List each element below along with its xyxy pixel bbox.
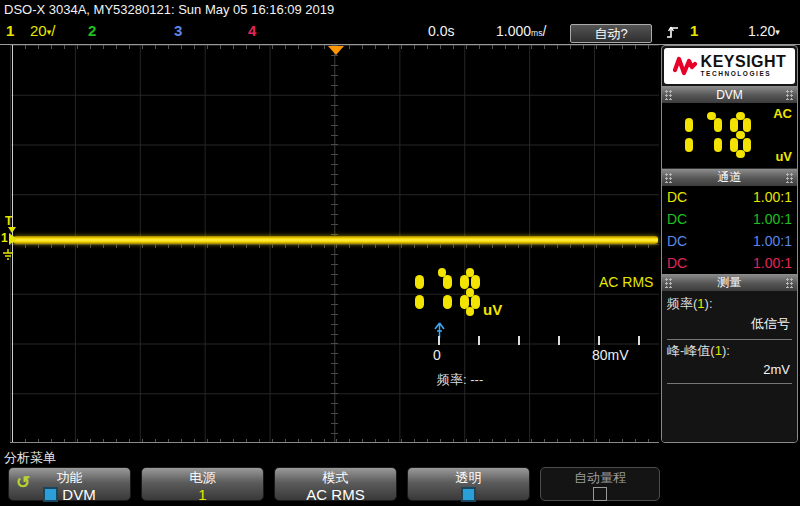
channel-4-status[interactable]: 4: [248, 22, 256, 39]
channel-2-status[interactable]: 2: [88, 22, 96, 39]
function-softkey[interactable]: ↺ 功能 DVM: [8, 467, 131, 501]
channel-row-4[interactable]: DC 1.00:1: [662, 252, 797, 274]
trigger-time-marker[interactable]: [328, 46, 344, 55]
menu-title: 分析菜单: [4, 449, 56, 467]
measure-section-header[interactable]: 测量: [662, 274, 797, 291]
measurement-peak-peak[interactable]: 峰-峰值(1): 2mV: [667, 340, 792, 384]
channel-3-status[interactable]: 3: [174, 22, 182, 39]
dvm-frequency-readout: 频率: ---: [437, 371, 483, 389]
dvm-scale-ticks: [438, 336, 642, 345]
grip-icon: [665, 278, 673, 288]
back-arrow-icon: ↺: [16, 472, 30, 493]
measurement-list: 频率(1): 低信号 峰-峰值(1): 2mV: [662, 291, 797, 442]
dvm-scale-max: 80mV: [592, 347, 629, 363]
ms-unit-label: ms: [531, 28, 542, 38]
trigger-edge-icon: [666, 24, 679, 44]
oscilloscope-screen: DSO-X 3034A, MY53280121: Sun May 05 16:1…: [0, 0, 800, 506]
channels-section-header[interactable]: 通道: [662, 169, 797, 186]
window-title: DSO-X 3034A, MY53280121: Sun May 05 16:1…: [4, 2, 334, 17]
channel-row-3[interactable]: DC 1.00:1: [662, 230, 797, 252]
function-checkbox-icon: [43, 487, 58, 502]
channel-1-scale[interactable]: 20▾/: [30, 22, 55, 39]
channel-list: DC 1.00:1 DC 1.00:1 DC 1.00:1 DC 1.00:1: [662, 186, 797, 274]
timebase-readout[interactable]: 1.000ms/: [496, 23, 546, 39]
grip-icon: [786, 90, 794, 100]
mode-softkey[interactable]: 模式 AC RMS: [274, 467, 397, 501]
grip-icon: [665, 90, 673, 100]
time-position-readout: 0.0s: [428, 23, 454, 39]
dvm-scale-min: 0: [433, 347, 441, 363]
dvm-section-header[interactable]: DVM: [662, 86, 797, 103]
dvm-panel-unit: uV: [775, 149, 792, 164]
channel-1-status[interactable]: 1: [6, 22, 14, 39]
grip-icon: [665, 173, 673, 183]
dvm-panel-value: [678, 112, 755, 162]
channel-1-number: 1: [6, 22, 14, 39]
transparent-checkbox-icon: [461, 487, 476, 502]
transparent-softkey[interactable]: 透明: [407, 467, 530, 501]
channel-row-2[interactable]: DC 1.00:1: [662, 208, 797, 230]
ground-icon: [2, 247, 14, 265]
measurement-frequency[interactable]: 频率(1): 低信号: [667, 293, 792, 340]
keysight-spark-icon: [673, 55, 697, 77]
keysight-logo: KEYSIGHT TECHNOLOGIES: [664, 48, 795, 84]
channel-1-trace: [13, 236, 658, 244]
trigger-source-readout: 1: [690, 22, 698, 39]
auto-trigger-button[interactable]: 自动?: [570, 24, 652, 43]
channel-1-level-marker[interactable]: [9, 233, 17, 245]
channel-1-ground-number[interactable]: 1: [1, 231, 8, 245]
status-bar: 1 20▾/ 2 3 4 0.0s 1.000ms/ 自动? 1 1.20▾: [0, 20, 800, 44]
brand-subtitle: TECHNOLOGIES: [701, 71, 787, 78]
trigger-level-marker-label[interactable]: T: [5, 214, 12, 228]
dvm-overlay-unit: uV: [483, 301, 502, 318]
autorange-softkey: 自动量程: [540, 467, 660, 501]
trigger-level-readout[interactable]: 1.20▾: [748, 23, 780, 39]
channel-row-1[interactable]: DC 1.00:1: [662, 186, 797, 208]
sidebar-panel: KEYSIGHT TECHNOLOGIES DVM AC uV 通道 DC 1.…: [661, 45, 798, 443]
brand-name: KEYSIGHT: [701, 54, 787, 70]
dvm-overlay-mode: AC RMS: [599, 274, 653, 290]
autorange-checkbox-icon: [593, 487, 607, 501]
grip-icon: [786, 278, 794, 288]
dvm-panel-coupling: AC: [773, 106, 792, 121]
dvm-overlay-value: [410, 268, 484, 320]
grip-icon: [786, 173, 794, 183]
bottom-graticule-edge: [10, 442, 659, 443]
source-softkey[interactable]: 电源 1: [141, 467, 264, 501]
volts-level-icon: ▾: [775, 27, 780, 37]
waveform-display[interactable]: [10, 45, 659, 443]
dvm-panel-display: AC uV: [662, 103, 797, 169]
